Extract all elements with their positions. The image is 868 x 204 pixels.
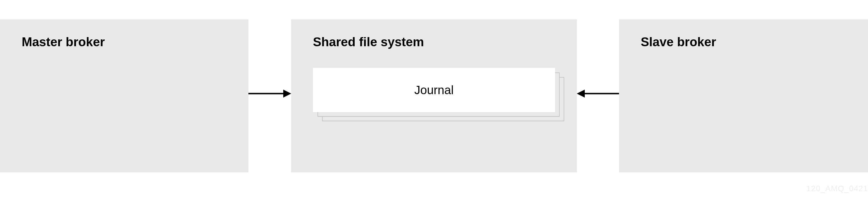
slave-broker-box: Slave broker xyxy=(619,20,868,172)
diagram-container: Master broker Shared file system Journal… xyxy=(0,0,868,204)
slave-broker-title: Slave broker xyxy=(619,20,868,49)
journal-stack: Journal xyxy=(313,68,555,118)
arrow-left-icon xyxy=(577,88,619,99)
arrow-right-icon xyxy=(248,88,291,99)
watermark-text: 120_AMQ_0421 xyxy=(806,184,868,193)
svg-marker-3 xyxy=(577,90,585,98)
master-broker-title: Master broker xyxy=(0,20,248,49)
shared-file-system-box: Shared file system Journal xyxy=(291,20,577,172)
shared-file-system-title: Shared file system xyxy=(291,20,577,49)
journal-box: Journal xyxy=(313,68,555,112)
master-broker-box: Master broker xyxy=(0,20,248,172)
svg-marker-1 xyxy=(283,90,291,98)
journal-label: Journal xyxy=(414,83,454,97)
